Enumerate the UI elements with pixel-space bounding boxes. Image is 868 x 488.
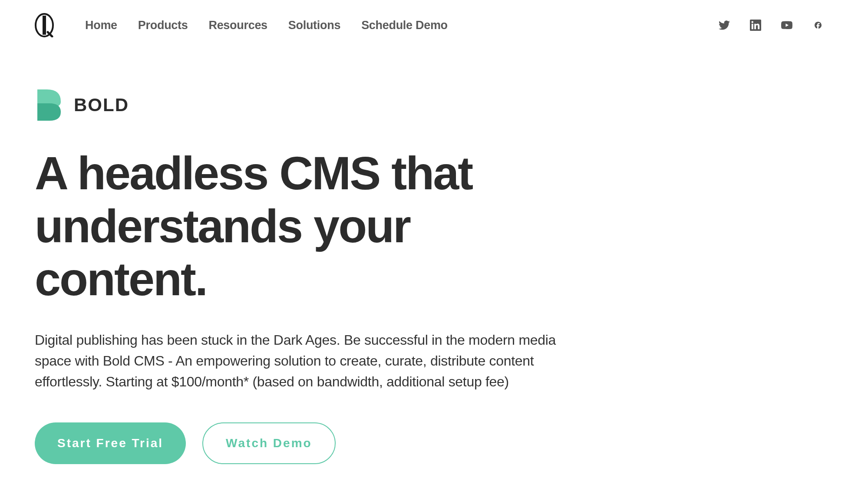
linkedin-icon[interactable] xyxy=(749,19,762,32)
twitter-icon[interactable] xyxy=(718,19,731,32)
facebook-icon[interactable] xyxy=(812,19,825,32)
company-logo-icon[interactable] xyxy=(35,13,54,37)
bold-logo-icon xyxy=(35,89,61,121)
social-links xyxy=(718,19,825,32)
hero-subtext: Digital publishing has been stuck in the… xyxy=(35,330,591,392)
watch-demo-button[interactable]: Watch Demo xyxy=(202,422,336,464)
svg-rect-1 xyxy=(43,16,46,35)
cta-row: Start Free Trial Watch Demo xyxy=(35,422,833,464)
nav-item-home[interactable]: Home xyxy=(85,19,117,32)
nav-item-schedule-demo[interactable]: Schedule Demo xyxy=(361,19,448,32)
brand-row: BOLD xyxy=(35,89,833,121)
youtube-icon[interactable] xyxy=(780,19,793,32)
main-nav: Home Products Resources Solutions Schedu… xyxy=(85,19,718,32)
nav-item-resources[interactable]: Resources xyxy=(208,19,267,32)
nav-item-solutions[interactable]: Solutions xyxy=(288,19,340,32)
site-header: Home Products Resources Solutions Schedu… xyxy=(0,0,868,37)
nav-item-products[interactable]: Products xyxy=(138,19,188,32)
start-free-trial-button[interactable]: Start Free Trial xyxy=(35,422,186,464)
hero-section: BOLD A headless CMS that understands you… xyxy=(0,37,868,464)
brand-name: BOLD xyxy=(74,95,129,115)
hero-headline: A headless CMS that understands your con… xyxy=(35,147,556,306)
